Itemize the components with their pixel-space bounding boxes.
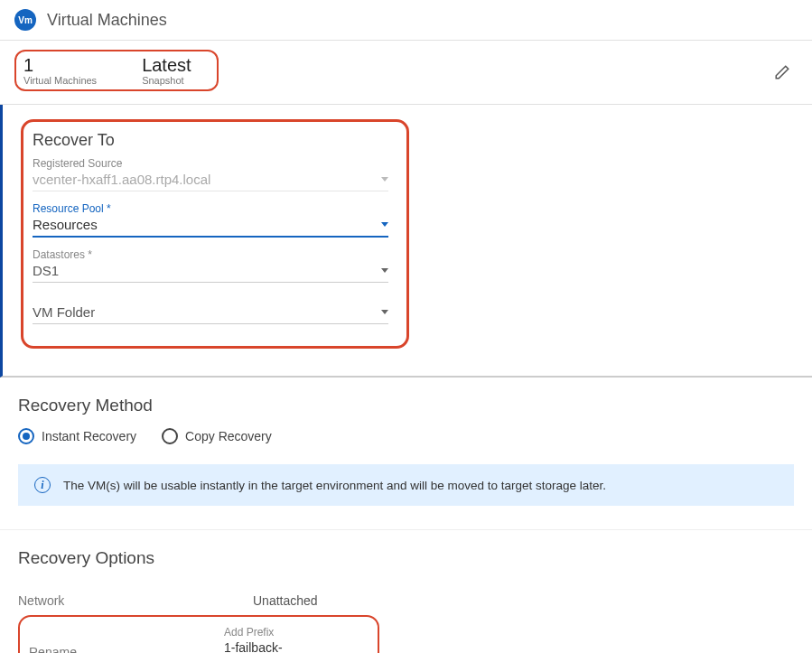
datastores-select[interactable]: DS1 (33, 261, 388, 283)
chevron-down-icon (381, 222, 388, 227)
recover-to-card: Recover To Registered Source vcenter-hxa… (21, 119, 409, 349)
info-icon: i (34, 477, 51, 493)
summary-highlight: 1 Virtual Machines Latest Snapshot (14, 50, 219, 91)
radio-copy-recovery[interactable]: Copy Recovery (162, 428, 272, 444)
registered-source-select[interactable]: vcenter-hxaff1.aa08.rtp4.local (33, 170, 388, 191)
summary-bar: 1 Virtual Machines Latest Snapshot (0, 41, 812, 105)
snapshot-value: Latest (142, 55, 191, 75)
datastores-label: Datastores * (33, 248, 388, 261)
registered-source-field: Registered Source vcenter-hxaff1.aa08.rt… (33, 155, 388, 191)
recover-to-title: Recover To (33, 131, 388, 150)
chevron-down-icon (381, 177, 388, 182)
info-banner: i The VM(s) will be usable instantly in … (18, 464, 794, 506)
chevron-down-icon (381, 310, 388, 314)
vm-folder-value: VM Folder (33, 304, 95, 320)
rename-key: Rename (29, 645, 224, 653)
radio-checked-icon (18, 428, 34, 444)
recovery-method-radios: Instant Recovery Copy Recovery (18, 428, 794, 444)
edit-icon[interactable] (774, 64, 790, 80)
radio-instant-label: Instant Recovery (42, 429, 136, 443)
network-key: Network (18, 593, 253, 608)
vm-count-item: 1 Virtual Machines (23, 55, 97, 86)
vm-icon: Vm (14, 9, 36, 31)
resource-pool-field: Resource Pool * Resources (33, 201, 388, 238)
snapshot-item: Latest Snapshot (142, 55, 191, 86)
resource-pool-select[interactable]: Resources (33, 215, 388, 238)
snapshot-label: Snapshot (142, 75, 191, 86)
prefix-label: Add Prefix (224, 626, 359, 639)
rename-row: Rename Add Prefix (18, 615, 794, 653)
page-header: Vm Virtual Machines (0, 0, 812, 41)
vm-folder-select[interactable]: VM Folder (33, 303, 388, 324)
chevron-down-icon (381, 268, 388, 273)
resource-pool-value: Resources (33, 217, 98, 232)
radio-unchecked-icon (162, 428, 178, 444)
recovery-options-section: Recovery Options Network Unattached Rena… (0, 530, 812, 653)
radio-instant-recovery[interactable]: Instant Recovery (18, 428, 136, 444)
vm-count-label: Virtual Machines (23, 75, 97, 86)
info-text: The VM(s) will be usable instantly in th… (63, 479, 606, 492)
recovery-method-title: Recovery Method (18, 396, 794, 415)
recovery-method-section: Recovery Method Instant Recovery Copy Re… (0, 378, 812, 520)
recovery-options-title: Recovery Options (18, 548, 794, 568)
prefix-input[interactable] (224, 639, 359, 653)
datastores-field: Datastores * DS1 (33, 247, 388, 283)
page-title: Virtual Machines (47, 11, 167, 30)
radio-copy-label: Copy Recovery (185, 429, 272, 443)
vm-count-value: 1 (23, 55, 97, 75)
vm-folder-field: VM Folder (33, 301, 388, 324)
registered-source-value: vcenter-hxaff1.aa08.rtp4.local (33, 172, 210, 187)
recover-panel: Recover To Registered Source vcenter-hxa… (0, 105, 812, 378)
resource-pool-label: Resource Pool * (33, 202, 388, 215)
network-row: Network Unattached (18, 581, 794, 615)
rename-highlight: Rename Add Prefix (18, 615, 379, 653)
datastores-value: DS1 (33, 263, 59, 278)
network-value: Unattached (253, 593, 318, 608)
registered-source-label: Registered Source (33, 157, 388, 170)
prefix-field: Add Prefix (224, 626, 359, 653)
